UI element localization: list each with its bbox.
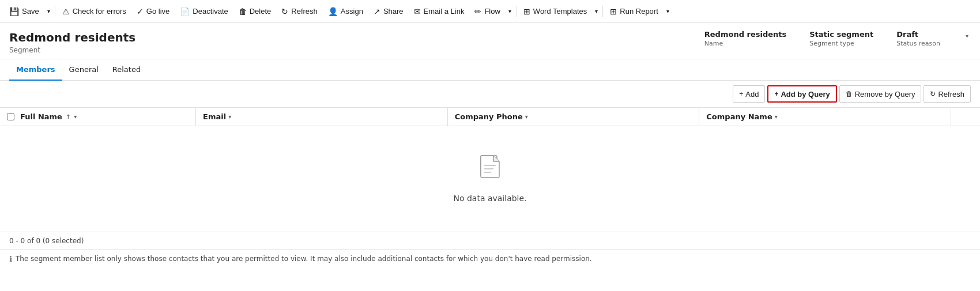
page-header: Redmond residents Segment Redmond reside…	[0, 23, 980, 59]
info-icon: ℹ	[9, 255, 12, 263]
go-live-button[interactable]: ✓ Go live	[132, 2, 174, 21]
delete-label: Delete	[250, 7, 272, 16]
table-footer: 0 - 0 of 0 (0 selected)	[0, 232, 980, 250]
save-button[interactable]: 💾 Save	[5, 2, 44, 21]
tab-general[interactable]: General	[62, 59, 105, 81]
tab-members[interactable]: Members	[9, 59, 62, 81]
col-full-name[interactable]: Full Name ↑ ▾	[0, 108, 196, 126]
meta-segment-type-label: Segment type	[809, 40, 873, 47]
run-report-button[interactable]: ⊞ Run Report	[605, 2, 662, 21]
flow-icon: ✏	[474, 7, 481, 16]
meta-segment-type: Static segment Segment type	[809, 30, 873, 47]
assign-icon: 👤	[328, 7, 338, 16]
no-data-text: No data available.	[453, 194, 526, 203]
meta-status: Draft Status reason	[896, 30, 940, 47]
delete-button[interactable]: 🗑 Delete	[234, 2, 276, 21]
run-report-label: Run Report	[620, 7, 658, 16]
meta-segment-type-value: Static segment	[809, 30, 873, 39]
col-email-label: Email	[203, 112, 226, 121]
delete-icon: 🗑	[239, 7, 247, 16]
add-by-query-label: Add by Query	[781, 90, 830, 99]
table-header: Full Name ↑ ▾ Email ▾ Company Phone ▾ Co…	[0, 108, 980, 126]
word-templates-chevron[interactable]: ▾	[593, 2, 600, 21]
tab-related[interactable]: Related	[105, 59, 148, 81]
email-link-label: Email a Link	[424, 7, 465, 16]
meta-name: Redmond residents Name	[704, 30, 786, 47]
meta-name-label: Name	[704, 40, 786, 47]
refresh-label: Refresh	[291, 7, 318, 16]
assign-button[interactable]: 👤 Assign	[323, 2, 368, 21]
meta-status-label: Status reason	[896, 40, 940, 47]
run-report-chevron[interactable]: ▾	[664, 2, 672, 21]
refresh-button[interactable]: ↻ Refresh	[277, 2, 322, 21]
remove-by-query-button[interactable]: 🗑 Remove by Query	[839, 85, 922, 103]
page-subtitle: Segment	[9, 46, 135, 54]
col-company-name[interactable]: Company Name ▾	[699, 108, 951, 126]
col-full-name-label: Full Name	[20, 112, 62, 121]
save-icon: 💾	[9, 7, 19, 16]
select-all-checkbox[interactable]	[7, 113, 14, 120]
email-link-button[interactable]: ✉ Email a Link	[409, 2, 469, 21]
add-icon: +	[739, 90, 743, 98]
meta-name-value: Redmond residents	[704, 30, 786, 39]
page-title: Redmond residents	[9, 30, 135, 45]
add-button[interactable]: + Add	[733, 85, 765, 103]
remove-by-query-icon: 🗑	[846, 90, 853, 98]
col-company-name-chevron: ▾	[775, 114, 778, 120]
col-company-phone[interactable]: Company Phone ▾	[448, 108, 700, 126]
tabs: Members General Related	[0, 59, 980, 81]
flow-chevron[interactable]: ▾	[506, 2, 514, 21]
word-templates-button[interactable]: ⊞ Word Templates	[519, 2, 591, 21]
table-refresh-button[interactable]: ↻ Refresh	[924, 85, 971, 103]
run-report-icon: ⊞	[610, 7, 617, 16]
meta-status-value: Draft	[896, 30, 940, 39]
main-content: + Add + Add by Query 🗑 Remove by Query ↻…	[0, 81, 980, 268]
divider-1	[55, 6, 55, 17]
page-meta: Redmond residents Name Static segment Se…	[704, 30, 971, 47]
table-refresh-label: Refresh	[938, 90, 964, 99]
share-icon: ↗	[374, 7, 380, 16]
info-text: The segment member list only shows those…	[16, 255, 592, 263]
save-chevron[interactable]: ▾	[45, 2, 52, 21]
action-bar: + Add + Add by Query 🗑 Remove by Query ↻…	[0, 81, 980, 108]
add-by-query-icon: +	[774, 90, 778, 98]
flow-button[interactable]: ✏ Flow	[470, 2, 504, 21]
add-label: Add	[745, 90, 759, 99]
check-errors-icon: ⚠	[62, 7, 70, 16]
share-label: Share	[383, 7, 404, 16]
check-errors-label: Check for errors	[73, 7, 126, 16]
divider-2	[516, 6, 517, 17]
add-by-query-button[interactable]: + Add by Query	[767, 85, 836, 103]
go-live-label: Go live	[146, 7, 169, 16]
refresh-icon: ↻	[281, 7, 288, 16]
col-company-phone-label: Company Phone	[455, 112, 523, 121]
col-company-phone-chevron: ▾	[525, 114, 528, 120]
col-email[interactable]: Email ▾	[196, 108, 448, 126]
assign-label: Assign	[341, 7, 363, 16]
page-title-area: Redmond residents Segment	[9, 30, 135, 54]
toolbar: 💾 Save ▾ ⚠ Check for errors ✓ Go live 📄 …	[0, 0, 980, 23]
col-full-name-chevron: ▾	[74, 114, 77, 120]
deactivate-label: Deactivate	[193, 7, 228, 16]
table-refresh-icon: ↻	[930, 90, 936, 98]
go-live-icon: ✓	[137, 7, 144, 16]
pagination-text: 0 - 0 of 0 (0 selected)	[9, 237, 84, 245]
sort-asc-icon: ↑	[66, 114, 70, 120]
share-button[interactable]: ↗ Share	[369, 2, 408, 21]
divider-3	[602, 6, 603, 17]
save-label: Save	[22, 7, 39, 16]
info-bar: ℹ The segment member list only shows tho…	[0, 250, 980, 268]
col-spacer	[951, 108, 980, 126]
meta-expand-chevron[interactable]: ▾	[963, 31, 971, 41]
col-company-name-label: Company Name	[706, 112, 772, 121]
flow-label: Flow	[484, 7, 500, 16]
empty-state: No data available.	[0, 126, 980, 232]
remove-by-query-label: Remove by Query	[855, 90, 915, 99]
word-templates-label: Word Templates	[533, 7, 587, 16]
word-templates-icon: ⊞	[523, 7, 530, 16]
no-data-icon	[478, 155, 502, 188]
deactivate-icon: 📄	[180, 7, 190, 16]
email-link-icon: ✉	[414, 7, 421, 16]
deactivate-button[interactable]: 📄 Deactivate	[175, 2, 232, 21]
check-errors-button[interactable]: ⚠ Check for errors	[58, 2, 131, 21]
